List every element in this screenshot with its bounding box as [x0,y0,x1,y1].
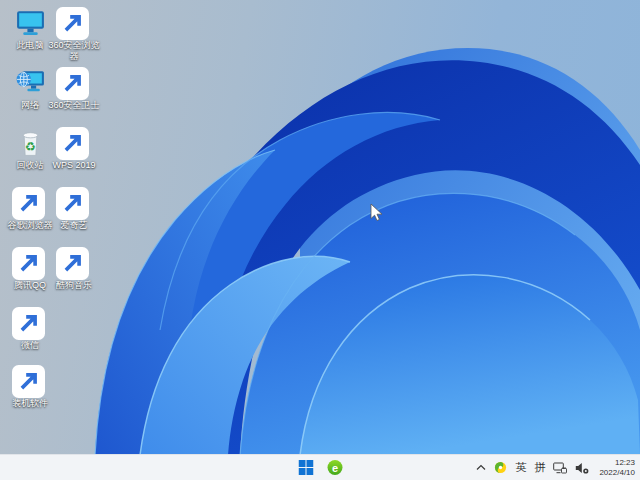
icon-label: 装机软件 [0,398,60,409]
network-icon [14,66,47,99]
taskbar: e 英 拼 [0,454,640,480]
taskbar-clock[interactable]: 12:23 2022/4/10 [597,458,635,477]
network-tray-icon[interactable] [553,455,567,480]
icon-label: 360安全卫士 [44,100,104,111]
chevron-up-icon [476,464,486,471]
360-browser-icon: e [58,6,91,39]
start-button[interactable] [295,457,317,478]
desktop-icon-360-browser[interactable]: e 360安全浏览器 [44,6,104,62]
desktop-icon-360-safe-guard[interactable]: 360安全卫士 [44,66,104,111]
shortcut-arrow-overlay [12,365,45,398]
shortcut-arrow-overlay [56,187,89,220]
folder-icon [14,364,47,397]
shortcut-arrow-overlay [56,247,89,280]
chrome-icon [14,186,47,219]
desktop-icon-wps-2019[interactable]: W WPS 2019 [44,126,104,171]
icon-label: 酷狗音乐 [44,280,104,291]
desktop-screen: 此电脑 e 360安全浏览器 [0,0,640,480]
svg-text:♻: ♻ [24,140,35,154]
tray-360-icon[interactable] [494,455,507,480]
volume-tray-icon[interactable] [575,455,589,480]
clock-date: 2022/4/10 [599,468,635,478]
ime-english-indicator[interactable]: 英 [515,455,526,480]
wechat-icon [14,306,47,339]
ime-pinyin-indicator[interactable]: 拼 [534,455,545,480]
svg-text:e: e [331,462,337,474]
ethernet-icon [553,462,567,474]
recycle-bin-icon: ♻ [14,126,47,159]
iqiyi-icon: iQIYI [58,186,91,219]
shortcut-arrow-overlay [56,127,89,160]
qq-icon [14,246,47,279]
browser-e-icon: e [326,459,343,476]
speaker-icon [575,462,589,474]
icon-label: WPS 2019 [44,160,104,171]
icon-label: 爱奇艺 [44,220,104,231]
shortcut-arrow-overlay [56,67,89,100]
desktop-icon-wechat[interactable]: 微信 [0,306,60,351]
shortcut-arrow-overlay [56,7,89,40]
shortcut-arrow-overlay [12,187,45,220]
this-pc-icon [14,6,47,39]
taskbar-360browser-button[interactable]: e [324,457,346,478]
icon-label: 微信 [0,340,60,351]
360-ball-icon [494,461,507,474]
icon-label: 360安全浏览器 [44,40,104,62]
clock-time: 12:23 [599,458,635,468]
kugou-icon [58,246,91,279]
shortcut-arrow-overlay [12,247,45,280]
desktop-icon-setup-folder[interactable]: 装机软件 [0,364,60,409]
desktop-icon-iqiyi[interactable]: iQIYI 爱奇艺 [44,186,104,231]
system-tray: 英 拼 12:23 2022/4/10 [476,455,635,480]
wps-icon: W [58,126,91,159]
360-safe-guard-icon [58,66,91,99]
tray-expand-chevron[interactable] [476,455,486,480]
windows-logo-icon [298,460,313,475]
desktop-icon-kugou-music[interactable]: 酷狗音乐 [44,246,104,291]
taskbar-center-group: e [295,457,346,478]
shortcut-arrow-overlay [12,307,45,340]
